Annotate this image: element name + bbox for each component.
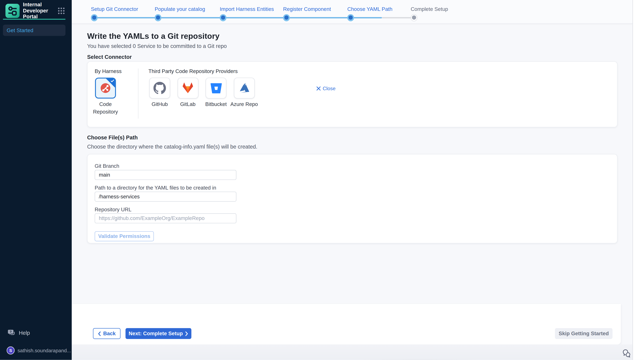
- sidebar-user[interactable]: S sathish.soundarapand...: [6, 346, 72, 354]
- github-icon: [154, 82, 166, 94]
- wizard-action-bar: Back Next: Complete Setup Skip Getting S…: [72, 304, 621, 344]
- back-button[interactable]: Back: [93, 328, 120, 339]
- tile-label-azure-repo: Azure Repo: [228, 101, 260, 108]
- step-dot-4[interactable]: [283, 14, 290, 21]
- skip-getting-started-button[interactable]: Skip Getting Started: [555, 328, 612, 339]
- select-connector-label: Select Connector: [87, 54, 132, 60]
- bitbucket-icon: [210, 82, 222, 94]
- sidebar-item-label: Get Started: [6, 27, 33, 33]
- app-grid-menu-icon[interactable]: [58, 7, 65, 15]
- tile-label-gitlab: GitLab: [172, 101, 204, 108]
- back-button-label: Back: [103, 331, 116, 336]
- azure-icon: [238, 82, 250, 95]
- sidebar-accent-divider: [3, 19, 66, 20]
- third-party-label: Third Party Code Repository Providers: [148, 68, 238, 74]
- close-label: Close: [323, 86, 336, 91]
- wizard-stepper: Setup Git Connector Populate your catalo…: [72, 0, 632, 24]
- step-dot-2[interactable]: [154, 14, 162, 21]
- sidebar-help[interactable]: ? Help: [8, 329, 30, 336]
- repository-url-label: Repository URL: [95, 207, 132, 212]
- git-branch-label: Git Branch: [95, 163, 119, 169]
- close-icon: [316, 86, 320, 91]
- file-path-card: Git Branch Path to a directory for the Y…: [87, 154, 618, 244]
- idp-logo-icon: [5, 4, 20, 18]
- step-dot-1[interactable]: [91, 14, 98, 21]
- choose-path-description: Choose the directory where the catalog-i…: [87, 144, 257, 150]
- step-label-register-component[interactable]: Register Component: [283, 6, 331, 12]
- step-dot-3[interactable]: [220, 14, 226, 21]
- stepper-remaining-line: [382, 17, 414, 18]
- step-label-setup-git-connector[interactable]: Setup Git Connector: [91, 6, 138, 12]
- check-icon: [110, 79, 114, 82]
- scrollbar-track[interactable]: [632, 0, 644, 360]
- bottom-window-shadow: [72, 344, 632, 360]
- page-title: Write the YAMLs to a Git repository: [87, 32, 220, 41]
- page-subtitle: You have selected 0 Service to be commit…: [87, 43, 227, 49]
- next-complete-setup-button[interactable]: Next: Complete Setup: [126, 328, 191, 339]
- chevron-left-icon: [98, 331, 101, 336]
- choose-path-heading: Choose File(s) Path: [87, 134, 138, 141]
- user-avatar: S: [6, 346, 14, 354]
- by-harness-label: By Harness: [95, 68, 122, 74]
- stepper-progress-line: [94, 17, 382, 18]
- yaml-path-input[interactable]: [95, 192, 236, 202]
- user-name: sathish.soundarapand...: [18, 347, 72, 353]
- bottom-strip: [72, 344, 632, 360]
- tile-label-bitbucket: Bitbucket: [200, 101, 232, 108]
- connector-card: By Harness Code Repository: [87, 61, 618, 127]
- connector-tile-azure-repo[interactable]: [234, 78, 254, 98]
- group-divider: [138, 68, 138, 119]
- git-branch-input[interactable]: [95, 170, 236, 180]
- svg-text:?: ?: [10, 330, 12, 334]
- connector-tile-code-repository[interactable]: [95, 78, 116, 98]
- sidebar: Internal Developer Portal Get Started ? …: [0, 0, 72, 360]
- tile-label-github: GitHub: [144, 101, 176, 108]
- help-label: Help: [19, 330, 30, 336]
- chevron-right-icon: [185, 331, 188, 336]
- next-button-label: Next: Complete Setup: [129, 331, 183, 336]
- help-chat-icon: ?: [8, 329, 16, 336]
- repository-url-input[interactable]: [95, 213, 236, 224]
- sidebar-item-get-started[interactable]: Get Started: [3, 25, 66, 36]
- step-label-populate-your-catalog[interactable]: Populate your catalog: [155, 6, 205, 12]
- validate-permissions-button[interactable]: Validate Permissions: [95, 231, 154, 241]
- yaml-path-label: Path to a directory for the YAML files t…: [95, 185, 216, 191]
- step-label-choose-yaml-path[interactable]: Choose YAML Path: [347, 6, 392, 12]
- step-label-complete-setup[interactable]: Complete Setup: [411, 6, 448, 12]
- connector-tile-github[interactable]: [149, 78, 170, 98]
- tile-label-code-repository: Code Repository: [90, 101, 121, 116]
- gitlab-icon: [182, 82, 194, 94]
- app-title: Internal Developer Portal: [23, 2, 58, 20]
- connector-tile-gitlab[interactable]: [177, 78, 198, 98]
- step-dot-5[interactable]: [347, 14, 354, 21]
- step-dot-6[interactable]: [410, 14, 417, 21]
- step-label-import-harness-entities[interactable]: Import Harness Entities: [220, 6, 274, 12]
- connector-tile-bitbucket[interactable]: [206, 78, 226, 98]
- close-connector-picker[interactable]: Close: [316, 86, 336, 91]
- main-area: Setup Git Connector Populate your catalo…: [72, 0, 632, 360]
- chat-bubbles-icon[interactable]: [622, 349, 631, 358]
- app-root: Internal Developer Portal Get Started ? …: [0, 0, 644, 360]
